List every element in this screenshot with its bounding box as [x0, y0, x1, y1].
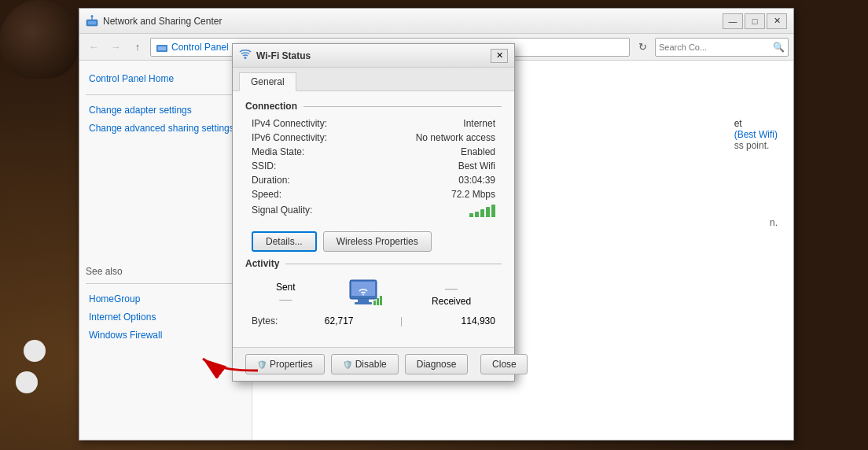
- bytes-label: Bytes:: [252, 315, 278, 326]
- minimize-button[interactable]: —: [723, 13, 743, 29]
- earbud-2: [16, 371, 38, 393]
- sent-bytes: 62,717: [307, 315, 370, 326]
- search-box: 🔍: [655, 38, 789, 57]
- search-input[interactable]: [659, 42, 773, 52]
- details-button[interactable]: Details...: [252, 231, 317, 252]
- window-title: Network and Sharing Center: [103, 16, 723, 27]
- ipv6-value: No network access: [416, 132, 495, 143]
- svg-rect-23: [377, 298, 379, 305]
- disable-icon: 🛡️: [343, 360, 352, 369]
- dialog-close-button[interactable]: ✕: [491, 49, 508, 63]
- sidebar-divider-2: [86, 283, 245, 284]
- speed-row: Speed: 72.2 Mbps: [245, 187, 502, 201]
- dialog-action-buttons: Details... Wireless Properties: [245, 228, 502, 258]
- signal-row: Signal Quality:: [245, 201, 502, 219]
- dialog-title-icon: [239, 48, 252, 63]
- close-button[interactable]: ✕: [767, 13, 787, 29]
- ipv6-row: IPv6 Connectivity: No network access: [245, 131, 502, 145]
- svg-rect-22: [373, 301, 376, 305]
- media-row: Media State: Enabled: [245, 145, 502, 159]
- signal-bar-5: [491, 205, 495, 217]
- duration-label: Duration:: [252, 175, 290, 186]
- back-button[interactable]: ←: [84, 38, 103, 57]
- signal-bar-1: [469, 213, 473, 217]
- tab-general[interactable]: General: [239, 72, 296, 91]
- close-dialog-button[interactable]: Close: [480, 354, 528, 374]
- speed-value: 72.2 Mbps: [451, 189, 495, 200]
- sidebar-divider-1: [86, 94, 245, 95]
- activity-icon: [344, 277, 383, 311]
- signal-bar-4: [486, 207, 490, 217]
- properties-icon: 🛡️: [257, 360, 267, 369]
- sent-label: Sent: [276, 282, 296, 293]
- dialog-footer: 🛡️ Properties 🛡️ Disable Diagnose Close: [233, 347, 514, 381]
- diagnose-button[interactable]: Diagnose: [405, 354, 469, 374]
- svg-rect-24: [380, 296, 382, 305]
- sidebar-item-windows-firewall[interactable]: Windows Firewall: [86, 326, 245, 345]
- connection-section-title: Connection: [245, 101, 502, 112]
- dialog-title-text: Wi-Fi Status: [256, 50, 491, 61]
- sidebar-item-homegroup[interactable]: HomeGroup: [86, 290, 245, 308]
- activity-section-title: Activity: [245, 258, 502, 269]
- dialog-body: Connection IPv4 Connectivity: Internet I…: [233, 91, 514, 347]
- signal-label: Signal Quality:: [252, 205, 312, 216]
- up-button[interactable]: ↑: [128, 38, 147, 57]
- dialog-title-bar: Wi-Fi Status ✕: [233, 44, 514, 68]
- refresh-button[interactable]: ↻: [633, 38, 652, 57]
- wireless-properties-button[interactable]: Wireless Properties: [323, 231, 432, 252]
- connection-section: Connection IPv4 Connectivity: Internet I…: [245, 101, 502, 219]
- ipv6-label: IPv6 Connectivity:: [252, 132, 327, 143]
- earbud-1: [24, 340, 46, 362]
- speed-label: Speed:: [252, 189, 281, 200]
- received-label: Received: [432, 296, 471, 307]
- dialog-tabs: General: [233, 68, 514, 91]
- signal-bar-2: [475, 212, 479, 217]
- sidebar-item-control-panel-home[interactable]: Control Panel Home: [86, 70, 245, 88]
- media-label: Media State:: [252, 146, 304, 157]
- disable-button[interactable]: 🛡️ Disable: [331, 354, 399, 374]
- media-value: Enabled: [461, 146, 495, 157]
- duration-row: Duration: 03:04:39: [245, 173, 502, 187]
- svg-rect-5: [158, 46, 166, 50]
- network-access-info: et (Best Wifi) ss point.: [734, 118, 778, 151]
- signal-bar-3: [480, 209, 484, 217]
- svg-point-21: [362, 294, 364, 296]
- network-link[interactable]: (Best Wifi): [734, 129, 778, 140]
- svg-rect-19: [358, 299, 369, 302]
- svg-point-16: [245, 57, 247, 59]
- sidebar-item-internet-options[interactable]: Internet Options: [86, 308, 245, 326]
- duration-value: 03:04:39: [458, 175, 495, 186]
- window-icon: [86, 15, 98, 28]
- maximize-button[interactable]: □: [745, 13, 765, 29]
- ipv4-value: Internet: [463, 118, 495, 129]
- coffee-cup-decoration: [0, 0, 79, 79]
- ssid-value: Best Wifi: [458, 160, 495, 172]
- earbuds-decoration: [16, 340, 79, 403]
- ssid-row: SSID: Best Wifi: [245, 159, 502, 173]
- breadcrumb-control-panel[interactable]: Control Panel: [171, 42, 229, 53]
- signal-bars: [469, 203, 495, 217]
- sidebar: Control Panel Home Change adapter settin…: [79, 61, 252, 440]
- see-also-title: See also: [86, 266, 245, 277]
- ssid-label: SSID:: [252, 160, 276, 172]
- forward-button[interactable]: →: [106, 38, 125, 57]
- ipv4-row: IPv4 Connectivity: Internet: [245, 116, 502, 131]
- title-bar: Network and Sharing Center — □ ✕: [79, 9, 793, 34]
- sidebar-item-change-adapter[interactable]: Change adapter settings: [86, 101, 245, 120]
- search-icon[interactable]: 🔍: [773, 42, 785, 53]
- svg-rect-1: [88, 21, 96, 24]
- wifi-dialog: Wi-Fi Status ✕ General Connection IPv4 C…: [232, 43, 515, 382]
- ipv4-label: IPv4 Connectivity:: [252, 118, 327, 129]
- activity-section: Activity Sent —: [245, 258, 502, 328]
- bytes-row: Bytes: 62,717 | 114,930: [245, 314, 502, 328]
- svg-rect-20: [355, 302, 372, 304]
- title-bar-buttons: — □ ✕: [723, 13, 787, 29]
- properties-button[interactable]: 🛡️ Properties: [245, 354, 325, 374]
- received-bytes: 114,930: [432, 315, 495, 326]
- sidebar-item-change-advanced[interactable]: Change advanced sharing settings: [86, 120, 245, 139]
- svg-point-3: [91, 15, 94, 17]
